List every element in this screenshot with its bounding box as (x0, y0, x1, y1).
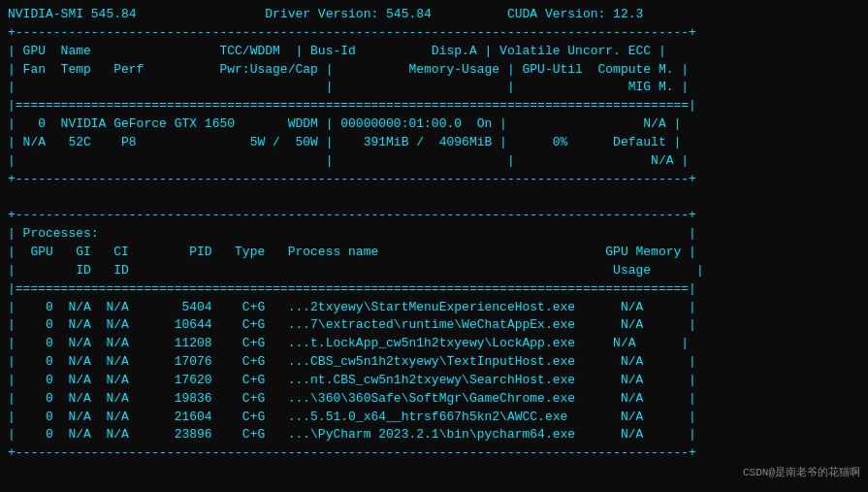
separator-bottom: +---------------------------------------… (8, 171, 860, 189)
separator-processes-header: |=======================================… (8, 280, 860, 299)
separator-top: +---------------------------------------… (8, 24, 860, 43)
gpu-header-row3: | | | MIG M. | (8, 79, 860, 97)
separator-header: |=======================================… (8, 97, 860, 115)
process-row-6: | 0 N/A N/A 19836 C+G ...\360\360Safe\So… (8, 390, 860, 409)
gpu-data-row2: | N/A 52C P8 5W / 50W | 391MiB / 4096MiB… (8, 134, 860, 152)
processes-header-row2: | ID ID Usage | (8, 262, 860, 280)
process-row-5: | 0 N/A N/A 17620 C+G ...nt.CBS_cw5n1h2t… (8, 372, 860, 390)
separator-processes-bottom: +---------------------------------------… (8, 444, 860, 463)
separator-processes-top: +---------------------------------------… (8, 207, 860, 225)
gpu-data-row1: | 0 NVIDIA GeForce GTX 1650 WDDM | 00000… (8, 115, 860, 134)
gpu-data-row3: | | | N/A | (8, 152, 860, 171)
blank-line1 (8, 188, 860, 207)
process-row-1: | 0 N/A N/A 5404 C+G ...2txyewy\StartMen… (8, 299, 860, 317)
process-row-8: | 0 N/A N/A 23896 C+G ...\PyCharm 2023.2… (8, 426, 860, 444)
gpu-header-row1: | GPU Name TCC/WDDM | Bus-Id Disp.A | Vo… (8, 43, 860, 61)
processes-label: | Processes: | (8, 225, 860, 244)
nvidia-smi-header: NVIDIA-SMI 545.84 Driver Version: 545.84… (8, 6, 860, 24)
watermark-text: CSDN@是南老爷的花猫啊 (743, 467, 860, 478)
gpu-header-row2: | Fan Temp Perf Pwr:Usage/Cap | Memory-U… (8, 61, 860, 80)
process-row-2: | 0 N/A N/A 10644 C+G ...7\extracted\run… (8, 316, 860, 335)
process-row-4: | 0 N/A N/A 17076 C+G ...CBS_cw5n1h2txye… (8, 353, 860, 372)
terminal-window: NVIDIA-SMI 545.84 Driver Version: 545.84… (0, 0, 868, 492)
process-row-7: | 0 N/A N/A 21604 C+G ...5.51.0_x64__htr… (8, 409, 860, 427)
process-row-3: | 0 N/A N/A 11208 C+G ...t.LockApp_cw5n1… (8, 335, 860, 353)
processes-header-row1: | GPU GI CI PID Type Process name GPU Me… (8, 244, 860, 262)
